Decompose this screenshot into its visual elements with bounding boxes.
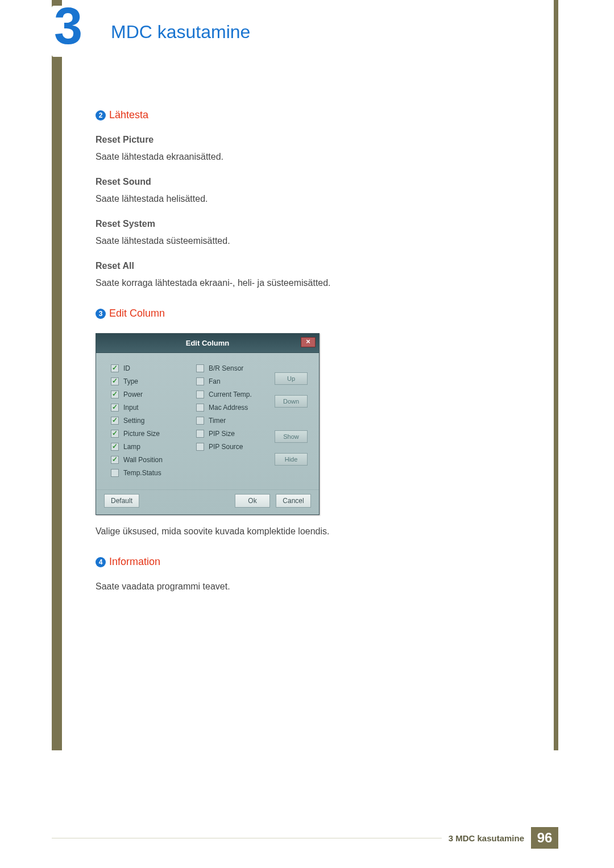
footer-label: 3 MDC kasutamine: [449, 833, 524, 843]
checkbox-input[interactable]: Input: [111, 404, 196, 412]
checkbox-label: Lamp: [123, 443, 140, 451]
checkbox-label: Wall Position: [123, 456, 163, 464]
checkbox-current-temp[interactable]: Current Temp.: [196, 391, 270, 398]
down-button[interactable]: Down: [275, 395, 308, 408]
page-accent-left: [52, 0, 62, 750]
section-heading: 2Lähtesta: [96, 109, 493, 121]
information-text: Saate vaadata programmi teavet.: [96, 582, 493, 592]
checkbox-icon: [111, 417, 119, 425]
checkbox-label: ID: [123, 364, 130, 372]
order-buttons-column: Up Down Show Hide: [270, 364, 311, 484]
edit-column-dialog: Edit Column × ID Type Power Input Settin…: [96, 333, 320, 515]
section-information: 4Information Saate vaadata programmi tea…: [96, 556, 493, 592]
show-button[interactable]: Show: [275, 430, 308, 443]
checkbox-label: Mac Address: [209, 404, 248, 412]
page-number: 96: [531, 827, 558, 849]
checkbox-icon: [111, 364, 119, 372]
footer-separator: [52, 838, 442, 838]
checkbox-label: B/R Sensor: [209, 364, 243, 372]
checkbox-label: PIP Size: [209, 430, 235, 438]
checkbox-timer[interactable]: Timer: [196, 417, 270, 425]
checkbox-label: PIP Source: [209, 443, 243, 451]
reset-sound-heading: Reset Sound: [96, 177, 493, 187]
section-number-badge: 3: [96, 309, 106, 319]
checkbox-icon: [111, 456, 119, 464]
section-number-badge: 4: [96, 557, 106, 567]
edit-column-caption: Valige üksused, mida soovite kuvada komp…: [96, 526, 493, 537]
dialog-title: Edit Column: [186, 339, 230, 347]
checkbox-column-1: ID Type Power Input Setting Picture Size…: [111, 364, 196, 484]
checkbox-picture-size[interactable]: Picture Size: [111, 430, 196, 438]
reset-picture-heading: Reset Picture: [96, 135, 493, 145]
checkbox-icon: [111, 469, 119, 477]
reset-all-text: Saate korraga lähtestada ekraani-, heli-…: [96, 278, 493, 288]
checkbox-icon: [196, 404, 204, 412]
checkbox-label: Picture Size: [123, 430, 160, 438]
checkbox-label: Type: [123, 377, 138, 385]
reset-picture-text: Saate lähtestada ekraanisätted.: [96, 152, 493, 162]
section-number-badge: 2: [96, 110, 106, 121]
page-accent-right: [554, 0, 558, 750]
section-title: Edit Column: [109, 308, 165, 319]
checkbox-mac-address[interactable]: Mac Address: [196, 404, 270, 412]
section-heading: 3Edit Column: [96, 308, 493, 319]
chapter-title: MDC kasutamine: [111, 22, 250, 43]
section-title: Lähtesta: [109, 109, 148, 121]
checkbox-setting[interactable]: Setting: [111, 417, 196, 425]
checkbox-temp-status[interactable]: Temp.Status: [111, 469, 196, 477]
checkbox-label: Setting: [123, 417, 144, 425]
checkbox-label: Timer: [209, 417, 226, 425]
checkbox-label: Current Temp.: [209, 391, 252, 398]
checkbox-lamp[interactable]: Lamp: [111, 443, 196, 451]
section-heading: 4Information: [96, 556, 493, 568]
dialog-footer: Default Ok Cancel: [96, 489, 319, 514]
checkbox-icon: [196, 417, 204, 425]
checkbox-label: Fan: [209, 377, 221, 385]
checkbox-icon: [111, 404, 119, 412]
up-button[interactable]: Up: [275, 372, 308, 385]
checkbox-label: Temp.Status: [123, 469, 161, 477]
checkbox-icon: [111, 443, 119, 451]
section-title: Information: [109, 556, 160, 567]
reset-system-heading: Reset System: [96, 219, 493, 229]
checkbox-label: Input: [123, 404, 139, 412]
checkbox-icon: [196, 364, 204, 372]
section-edit-column: 3Edit Column Edit Column × ID Type Power…: [96, 308, 493, 537]
checkbox-id[interactable]: ID: [111, 364, 196, 372]
dialog-title-bar: Edit Column ×: [96, 334, 319, 353]
default-button[interactable]: Default: [104, 494, 139, 508]
chapter-number: 3: [54, 0, 82, 56]
cancel-button[interactable]: Cancel: [276, 494, 311, 508]
checkbox-column-2: B/R Sensor Fan Current Temp. Mac Address…: [196, 364, 270, 484]
checkbox-pip-size[interactable]: PIP Size: [196, 430, 270, 438]
checkbox-icon: [196, 443, 204, 451]
checkbox-icon: [111, 391, 119, 398]
section-lahtesta: 2Lähtesta Reset Picture Saate lähtestada…: [96, 109, 493, 288]
checkbox-fan[interactable]: Fan: [196, 377, 270, 385]
checkbox-icon: [196, 430, 204, 438]
reset-sound-text: Saate lähtestada helisätted.: [96, 194, 493, 204]
checkbox-pip-source[interactable]: PIP Source: [196, 443, 270, 451]
checkbox-power[interactable]: Power: [111, 391, 196, 398]
ok-button[interactable]: Ok: [235, 494, 270, 508]
checkbox-icon: [111, 377, 119, 385]
checkbox-icon: [111, 430, 119, 438]
hide-button[interactable]: Hide: [275, 453, 308, 466]
checkbox-wall-position[interactable]: Wall Position: [111, 456, 196, 464]
reset-all-heading: Reset All: [96, 261, 493, 271]
reset-system-text: Saate lähtestada süsteemisätted.: [96, 236, 493, 246]
close-icon[interactable]: ×: [301, 337, 316, 347]
checkbox-type[interactable]: Type: [111, 377, 196, 385]
checkbox-br-sensor[interactable]: B/R Sensor: [196, 364, 270, 372]
dialog-body: ID Type Power Input Setting Picture Size…: [96, 353, 319, 489]
page-footer: 3 MDC kasutamine 96: [52, 827, 558, 849]
checkbox-label: Power: [123, 391, 143, 398]
checkbox-icon: [196, 391, 204, 398]
checkbox-icon: [196, 377, 204, 385]
